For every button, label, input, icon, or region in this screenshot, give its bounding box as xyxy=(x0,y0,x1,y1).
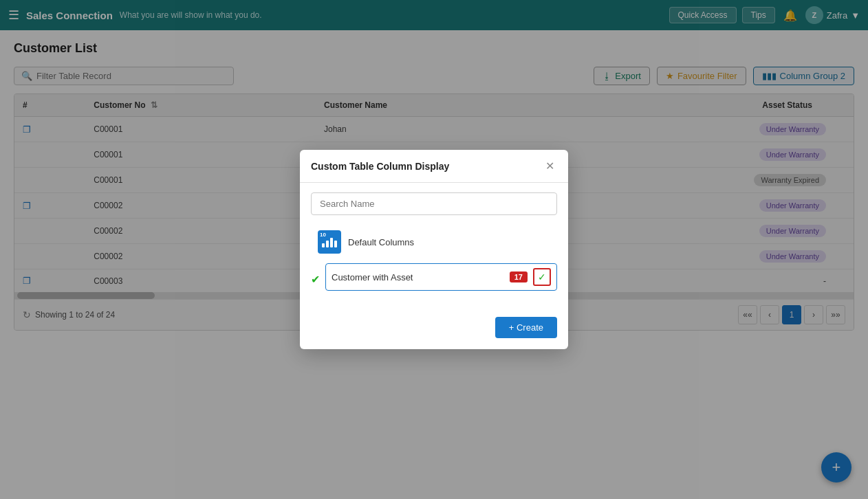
column-search-input[interactable] xyxy=(311,192,557,215)
selected-check-icon: ✔ xyxy=(311,273,320,286)
modal-overlay: Custom Table Column Display ✕ 10 Defaul xyxy=(0,0,868,499)
count-badge: 17 xyxy=(510,271,528,282)
customer-with-asset-item[interactable]: 17 ✓ xyxy=(325,263,557,291)
default-columns-label: Default Columns xyxy=(348,237,550,247)
confirm-check-button[interactable]: ✓ xyxy=(533,268,551,286)
custom-column-modal: Custom Table Column Display ✕ 10 Defaul xyxy=(300,150,568,349)
customer-with-asset-row: ✔ 17 ✓ xyxy=(311,263,557,295)
modal-body: 10 Default Columns ✔ 17 ✓ xyxy=(300,183,568,309)
create-button[interactable]: + Create xyxy=(495,317,557,338)
customer-with-asset-input[interactable] xyxy=(332,272,504,282)
modal-footer: + Create xyxy=(300,309,568,349)
modal-header: Custom Table Column Display ✕ xyxy=(300,150,568,183)
default-columns-item[interactable]: 10 Default Columns xyxy=(311,225,557,259)
modal-title: Custom Table Column Display xyxy=(311,161,449,172)
default-columns-icon: 10 xyxy=(318,230,341,254)
modal-close-button[interactable]: ✕ xyxy=(543,159,557,173)
